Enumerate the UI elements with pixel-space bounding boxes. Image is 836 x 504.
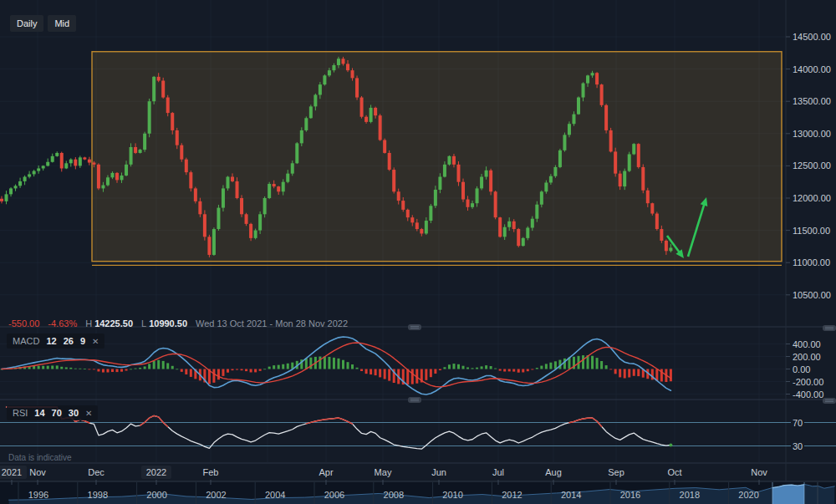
date-range: Wed 13 Oct 2021 - Mon 28 Nov 2022 [196, 318, 348, 328]
svg-text:2018: 2018 [680, 490, 700, 500]
svg-text:10500.00: 10500.00 [793, 290, 831, 300]
svg-text:0.00: 0.00 [793, 364, 810, 374]
change-percent: -4.63% [48, 318, 77, 328]
svg-text:2012: 2012 [502, 490, 522, 500]
svg-text:30: 30 [793, 441, 803, 451]
chart-canvas[interactable]: 14500.0014000.0013500.0013000.0012500.00… [0, 0, 836, 504]
svg-text:70: 70 [793, 418, 803, 428]
stats-bar: -550.00 -4.63% H14225.50 L10990.50 Wed 1… [8, 318, 348, 328]
svg-text:2010: 2010 [442, 490, 462, 500]
svg-text:11000.00: 11000.00 [793, 257, 830, 267]
svg-text:11500.00: 11500.00 [793, 226, 830, 236]
svg-text:400.00: 400.00 [793, 339, 821, 349]
svg-text:12000.00: 12000.00 [793, 193, 831, 203]
svg-text:Oct: Oct [667, 467, 681, 477]
chart-toolbar: Daily Mid [10, 15, 76, 32]
svg-text:14500.00: 14500.00 [793, 32, 831, 42]
svg-text:2000: 2000 [146, 490, 166, 500]
svg-text:Aug: Aug [545, 467, 562, 477]
svg-text:Jul: Jul [492, 467, 504, 477]
svg-text:Sep: Sep [608, 467, 624, 477]
data-indicative-note: Data is indicative [8, 453, 72, 462]
svg-text:2008: 2008 [384, 490, 404, 500]
svg-text:-400.00: -400.00 [793, 389, 823, 400]
svg-text:2021: 2021 [2, 467, 22, 477]
svg-text:1998: 1998 [88, 490, 108, 500]
high-stat: H14225.50 [85, 318, 133, 328]
macd-label: MACD [13, 336, 39, 346]
svg-text:Jun: Jun [431, 467, 446, 477]
macd-splitter-handle-right[interactable] [823, 325, 836, 331]
svg-text:Feb: Feb [203, 467, 219, 477]
svg-text:2006: 2006 [324, 490, 344, 500]
rsi-close-icon[interactable]: ✕ [85, 409, 92, 418]
svg-text:May: May [375, 467, 392, 477]
svg-text:13000.00: 13000.00 [793, 129, 831, 139]
rsi-label: RSI [13, 408, 28, 418]
svg-text:2016: 2016 [620, 490, 640, 500]
svg-text:1996: 1996 [28, 490, 48, 500]
svg-text:200.00: 200.00 [793, 352, 821, 362]
rsi-splitter-handle-right[interactable] [823, 398, 836, 404]
svg-text:2004: 2004 [265, 490, 285, 500]
svg-text:Nov: Nov [29, 467, 46, 477]
range-box-annotation[interactable] [92, 52, 782, 266]
macd-params: 12269 [46, 336, 85, 346]
svg-text:13500.00: 13500.00 [793, 96, 831, 106]
svg-text:2002: 2002 [206, 490, 226, 500]
svg-text:2022: 2022 [146, 467, 166, 477]
svg-text:2020: 2020 [738, 490, 758, 500]
trading-chart-app: 14500.0014000.0013500.0013000.0012500.00… [0, 0, 836, 504]
svg-text:14000.00: 14000.00 [793, 64, 831, 74]
macd-legend: MACD 12269 ✕ [7, 333, 104, 349]
rsi-splitter-handle[interactable] [408, 397, 421, 403]
svg-text:12500.00: 12500.00 [793, 160, 831, 171]
svg-text:Nov: Nov [751, 467, 767, 477]
timeframe-button[interactable]: Daily [10, 15, 43, 32]
macd-splitter-handle[interactable] [408, 324, 421, 330]
rsi-legend: RSI 147030 ✕ [7, 405, 98, 420]
low-stat: L10990.50 [141, 318, 187, 328]
rsi-params: 147030 [34, 408, 79, 418]
svg-text:2014: 2014 [561, 490, 581, 500]
svg-text:Dec: Dec [88, 467, 104, 477]
macd-close-icon[interactable]: ✕ [92, 337, 99, 346]
price-type-button[interactable]: Mid [48, 15, 76, 32]
change-value: -550.00 [8, 318, 39, 328]
svg-text:-200.00: -200.00 [793, 377, 823, 387]
svg-text:Apr: Apr [319, 467, 333, 477]
